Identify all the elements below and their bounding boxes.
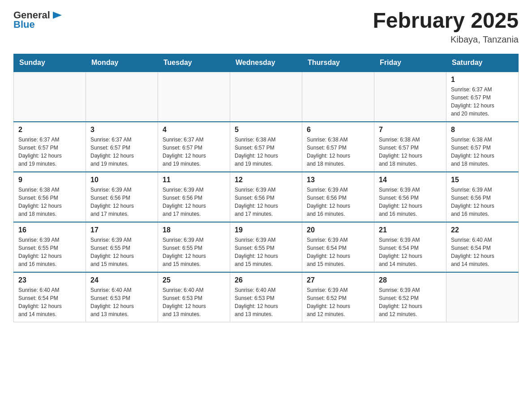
table-row: 24Sunrise: 6:40 AM Sunset: 6:53 PM Dayli… [86, 272, 158, 322]
header-monday: Monday [86, 54, 158, 72]
table-row: 11Sunrise: 6:39 AM Sunset: 6:56 PM Dayli… [158, 172, 230, 222]
day-number: 11 [163, 176, 225, 184]
day-info: Sunrise: 6:40 AM Sunset: 6:53 PM Dayligh… [235, 286, 297, 318]
day-info: Sunrise: 6:39 AM Sunset: 6:56 PM Dayligh… [235, 186, 297, 218]
calendar-week-row: 2Sunrise: 6:37 AM Sunset: 6:57 PM Daylig… [14, 122, 519, 172]
day-number: 15 [451, 176, 514, 184]
calendar-week-row: 1Sunrise: 6:37 AM Sunset: 6:57 PM Daylig… [14, 72, 519, 122]
page-header: General Blue February 2025 Kibaya, Tanza… [13, 9, 519, 45]
table-row: 23Sunrise: 6:40 AM Sunset: 6:54 PM Dayli… [14, 272, 86, 322]
table-row [302, 72, 374, 122]
table-row: 22Sunrise: 6:40 AM Sunset: 6:54 PM Dayli… [446, 222, 519, 272]
day-info: Sunrise: 6:39 AM Sunset: 6:56 PM Dayligh… [90, 186, 153, 218]
day-info: Sunrise: 6:37 AM Sunset: 6:57 PM Dayligh… [18, 136, 81, 168]
day-info: Sunrise: 6:40 AM Sunset: 6:53 PM Dayligh… [163, 286, 225, 318]
day-number: 26 [235, 276, 297, 284]
day-number: 17 [90, 226, 153, 234]
day-number: 12 [235, 176, 297, 184]
day-info: Sunrise: 6:39 AM Sunset: 6:56 PM Dayligh… [307, 186, 369, 218]
day-info: Sunrise: 6:39 AM Sunset: 6:52 PM Dayligh… [307, 286, 369, 318]
day-info: Sunrise: 6:37 AM Sunset: 6:57 PM Dayligh… [451, 86, 514, 118]
table-row: 28Sunrise: 6:39 AM Sunset: 6:52 PM Dayli… [374, 272, 446, 322]
table-row: 5Sunrise: 6:38 AM Sunset: 6:57 PM Daylig… [230, 122, 302, 172]
day-number: 13 [307, 176, 369, 184]
header-wednesday: Wednesday [230, 54, 302, 72]
day-info: Sunrise: 6:39 AM Sunset: 6:56 PM Dayligh… [451, 186, 514, 218]
day-number: 9 [18, 176, 81, 184]
day-info: Sunrise: 6:39 AM Sunset: 6:56 PM Dayligh… [163, 186, 225, 218]
day-info: Sunrise: 6:40 AM Sunset: 6:54 PM Dayligh… [18, 286, 81, 318]
day-number: 19 [235, 226, 297, 234]
table-row: 18Sunrise: 6:39 AM Sunset: 6:55 PM Dayli… [158, 222, 230, 272]
header-thursday: Thursday [302, 54, 374, 72]
logo-text-blue: Blue [13, 19, 35, 30]
day-info: Sunrise: 6:39 AM Sunset: 6:55 PM Dayligh… [235, 236, 297, 268]
table-row: 25Sunrise: 6:40 AM Sunset: 6:53 PM Dayli… [158, 272, 230, 322]
table-row: 17Sunrise: 6:39 AM Sunset: 6:55 PM Dayli… [86, 222, 158, 272]
day-number: 7 [379, 126, 442, 134]
day-info: Sunrise: 6:39 AM Sunset: 6:56 PM Dayligh… [379, 186, 442, 218]
table-row: 7Sunrise: 6:38 AM Sunset: 6:57 PM Daylig… [374, 122, 446, 172]
table-row: 20Sunrise: 6:39 AM Sunset: 6:54 PM Dayli… [302, 222, 374, 272]
day-number: 18 [163, 226, 225, 234]
table-row: 15Sunrise: 6:39 AM Sunset: 6:56 PM Dayli… [446, 172, 519, 222]
day-info: Sunrise: 6:38 AM Sunset: 6:57 PM Dayligh… [235, 136, 297, 168]
day-number: 16 [18, 226, 81, 234]
header-friday: Friday [374, 54, 446, 72]
day-info: Sunrise: 6:38 AM Sunset: 6:57 PM Dayligh… [451, 136, 514, 168]
day-number: 25 [163, 276, 225, 284]
title-block: February 2025 Kibaya, Tanzania [373, 9, 519, 45]
day-info: Sunrise: 6:39 AM Sunset: 6:55 PM Dayligh… [18, 236, 81, 268]
day-number: 28 [379, 276, 442, 284]
day-number: 6 [307, 126, 369, 134]
table-row: 19Sunrise: 6:39 AM Sunset: 6:55 PM Dayli… [230, 222, 302, 272]
calendar: Sunday Monday Tuesday Wednesday Thursday… [13, 54, 519, 322]
svg-marker-0 [53, 12, 62, 19]
day-info: Sunrise: 6:38 AM Sunset: 6:57 PM Dayligh… [307, 136, 369, 168]
day-number: 21 [379, 226, 442, 234]
table-row: 16Sunrise: 6:39 AM Sunset: 6:55 PM Dayli… [14, 222, 86, 272]
day-number: 23 [18, 276, 81, 284]
day-number: 10 [90, 176, 153, 184]
table-row [374, 72, 446, 122]
table-row: 3Sunrise: 6:37 AM Sunset: 6:57 PM Daylig… [86, 122, 158, 172]
day-number: 3 [90, 126, 153, 134]
day-info: Sunrise: 6:37 AM Sunset: 6:57 PM Dayligh… [90, 136, 153, 168]
calendar-week-row: 9Sunrise: 6:38 AM Sunset: 6:56 PM Daylig… [14, 172, 519, 222]
day-info: Sunrise: 6:40 AM Sunset: 6:54 PM Dayligh… [451, 236, 514, 268]
table-row [446, 272, 519, 322]
day-number: 1 [451, 76, 514, 84]
logo: General Blue [13, 9, 64, 30]
day-number: 24 [90, 276, 153, 284]
table-row [14, 72, 86, 122]
day-info: Sunrise: 6:38 AM Sunset: 6:57 PM Dayligh… [379, 136, 442, 168]
calendar-week-row: 23Sunrise: 6:40 AM Sunset: 6:54 PM Dayli… [14, 272, 519, 322]
table-row: 8Sunrise: 6:38 AM Sunset: 6:57 PM Daylig… [446, 122, 519, 172]
day-number: 4 [163, 126, 225, 134]
table-row: 26Sunrise: 6:40 AM Sunset: 6:53 PM Dayli… [230, 272, 302, 322]
table-row: 14Sunrise: 6:39 AM Sunset: 6:56 PM Dayli… [374, 172, 446, 222]
day-info: Sunrise: 6:38 AM Sunset: 6:56 PM Dayligh… [18, 186, 81, 218]
day-number: 20 [307, 226, 369, 234]
day-info: Sunrise: 6:39 AM Sunset: 6:54 PM Dayligh… [307, 236, 369, 268]
month-title: February 2025 [373, 9, 519, 33]
table-row: 13Sunrise: 6:39 AM Sunset: 6:56 PM Dayli… [302, 172, 374, 222]
weekday-header-row: Sunday Monday Tuesday Wednesday Thursday… [14, 54, 519, 72]
day-number: 22 [451, 226, 514, 234]
calendar-week-row: 16Sunrise: 6:39 AM Sunset: 6:55 PM Dayli… [14, 222, 519, 272]
table-row: 27Sunrise: 6:39 AM Sunset: 6:52 PM Dayli… [302, 272, 374, 322]
table-row: 6Sunrise: 6:38 AM Sunset: 6:57 PM Daylig… [302, 122, 374, 172]
day-info: Sunrise: 6:39 AM Sunset: 6:54 PM Dayligh… [379, 236, 442, 268]
day-info: Sunrise: 6:37 AM Sunset: 6:57 PM Dayligh… [163, 136, 225, 168]
table-row: 21Sunrise: 6:39 AM Sunset: 6:54 PM Dayli… [374, 222, 446, 272]
table-row [86, 72, 158, 122]
table-row [230, 72, 302, 122]
table-row [158, 72, 230, 122]
day-number: 14 [379, 176, 442, 184]
day-number: 8 [451, 126, 514, 134]
table-row: 2Sunrise: 6:37 AM Sunset: 6:57 PM Daylig… [14, 122, 86, 172]
day-info: Sunrise: 6:39 AM Sunset: 6:55 PM Dayligh… [163, 236, 225, 268]
header-sunday: Sunday [14, 54, 86, 72]
day-number: 27 [307, 276, 369, 284]
table-row: 1Sunrise: 6:37 AM Sunset: 6:57 PM Daylig… [446, 72, 519, 122]
